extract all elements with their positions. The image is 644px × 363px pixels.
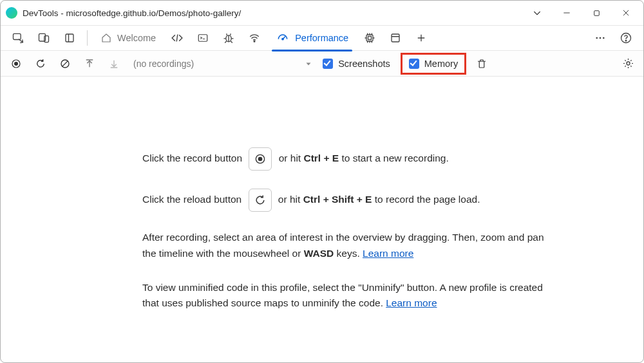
upload-icon bbox=[84, 58, 95, 70]
screenshots-checkbox-label: Screenshots bbox=[338, 59, 390, 69]
help-paragraph-unminify: To view unminified code in this profile,… bbox=[142, 280, 554, 312]
home-icon bbox=[100, 32, 112, 44]
activity-bar-button[interactable] bbox=[59, 28, 80, 48]
reload-record-button[interactable] bbox=[32, 55, 50, 73]
tab-memory[interactable] bbox=[359, 28, 381, 48]
gear-icon bbox=[622, 57, 634, 70]
memory-checkbox-label: Memory bbox=[424, 59, 458, 69]
chip-icon bbox=[363, 32, 376, 44]
record-icon bbox=[254, 153, 267, 165]
bug-icon bbox=[222, 32, 235, 44]
garbage-collect-button[interactable] bbox=[473, 55, 491, 73]
svg-rect-10 bbox=[198, 35, 207, 42]
svg-rect-7 bbox=[66, 34, 73, 42]
device-emulation-button[interactable] bbox=[33, 28, 55, 48]
caret-down-button[interactable] bbox=[522, 3, 552, 23]
record-icon bbox=[10, 58, 22, 70]
download-profile-button[interactable] bbox=[105, 55, 123, 73]
tab-network[interactable] bbox=[243, 28, 265, 48]
svg-point-32 bbox=[603, 37, 605, 39]
svg-rect-17 bbox=[368, 37, 372, 40]
recordings-dropdown[interactable]: (no recordings) bbox=[133, 59, 312, 69]
inline-record-button[interactable] bbox=[249, 147, 272, 171]
window-title: DevTools - microsoftedge.github.io/Demos… bbox=[23, 8, 241, 18]
devtools-window: DevTools - microsoftedge.github.io/Demos… bbox=[0, 0, 644, 363]
help-button[interactable] bbox=[615, 28, 637, 48]
clear-button[interactable] bbox=[56, 55, 74, 73]
svg-rect-16 bbox=[366, 35, 373, 41]
inspect-element-button[interactable] bbox=[7, 28, 29, 48]
chevron-down-icon bbox=[532, 8, 542, 18]
tab-console[interactable] bbox=[192, 28, 214, 48]
more-tools-button[interactable] bbox=[589, 28, 611, 48]
help-paragraph-overview: After recording, select an area of inter… bbox=[142, 230, 554, 262]
application-icon bbox=[390, 32, 401, 44]
screenshots-checkbox[interactable]: Screenshots bbox=[319, 57, 394, 70]
help-paragraph-record: Click the record button or hit Ctrl + E … bbox=[142, 147, 554, 171]
record-button[interactable] bbox=[7, 55, 25, 73]
tab-welcome-label: Welcome bbox=[117, 33, 156, 43]
help-icon bbox=[620, 32, 632, 44]
devices-icon bbox=[37, 32, 50, 44]
recordings-dropdown-label: (no recordings) bbox=[133, 59, 194, 69]
svg-point-36 bbox=[14, 62, 18, 66]
more-icon bbox=[594, 32, 606, 44]
memory-checkbox[interactable]: Memory bbox=[405, 57, 462, 70]
close-icon bbox=[621, 8, 630, 17]
separator bbox=[87, 30, 88, 46]
inline-reload-button[interactable] bbox=[249, 189, 272, 212]
svg-point-34 bbox=[625, 40, 627, 41]
upload-profile-button[interactable] bbox=[80, 55, 99, 73]
clear-icon bbox=[59, 58, 71, 70]
screenshots-checkbox-input[interactable] bbox=[323, 59, 333, 69]
performance-toolbar: (no recordings) Screenshots Memory bbox=[1, 51, 643, 77]
svg-rect-1 bbox=[594, 10, 599, 15]
capture-settings-button[interactable] bbox=[619, 55, 637, 73]
main-tabstrip: Welcome Performance bbox=[1, 25, 643, 51]
tab-sources[interactable] bbox=[218, 28, 240, 48]
dropdown-chevron-icon bbox=[305, 60, 312, 68]
svg-point-46 bbox=[258, 157, 263, 162]
new-tab-button[interactable] bbox=[410, 28, 432, 48]
titlebar: DevTools - microsoftedge.github.io/Demos… bbox=[1, 1, 643, 25]
svg-point-30 bbox=[596, 37, 598, 39]
console-icon bbox=[196, 32, 209, 44]
svg-rect-26 bbox=[392, 34, 399, 42]
plus-icon bbox=[415, 32, 427, 44]
download-icon bbox=[108, 58, 120, 70]
svg-line-9 bbox=[176, 35, 178, 42]
svg-point-44 bbox=[626, 62, 629, 65]
minimize-button[interactable] bbox=[552, 3, 582, 23]
memory-checkbox-input[interactable] bbox=[409, 59, 419, 69]
reload-icon bbox=[254, 194, 267, 207]
svg-point-13 bbox=[254, 41, 255, 42]
svg-rect-4 bbox=[14, 33, 21, 39]
wifi-icon bbox=[248, 32, 261, 44]
edge-app-icon bbox=[6, 7, 17, 19]
tab-application[interactable] bbox=[384, 28, 406, 48]
elements-icon bbox=[170, 32, 184, 44]
learn-more-link-overview[interactable]: Learn more bbox=[363, 248, 413, 259]
close-button[interactable] bbox=[611, 3, 641, 23]
tab-performance-label: Performance bbox=[295, 33, 348, 43]
svg-marker-43 bbox=[307, 62, 311, 65]
maximize-button[interactable] bbox=[582, 3, 611, 23]
svg-point-31 bbox=[600, 37, 601, 39]
minimize-icon bbox=[562, 8, 571, 17]
svg-point-15 bbox=[282, 39, 283, 40]
maximize-icon bbox=[592, 9, 601, 17]
tab-performance[interactable]: Performance bbox=[269, 25, 355, 51]
memory-highlight: Memory bbox=[401, 53, 466, 75]
learn-more-link-unminify[interactable]: Learn more bbox=[386, 297, 437, 308]
tab-elements[interactable] bbox=[166, 28, 188, 48]
svg-line-38 bbox=[62, 60, 68, 66]
performance-landing: Click the record button or hit Ctrl + E … bbox=[1, 77, 643, 362]
reload-icon bbox=[35, 58, 46, 70]
performance-icon bbox=[276, 32, 290, 44]
trash-icon bbox=[476, 58, 488, 70]
help-paragraph-reload: Click the reload button or hit Ctrl + Sh… bbox=[142, 189, 554, 212]
vertical-panel-icon bbox=[64, 32, 75, 44]
inspect-icon bbox=[12, 32, 24, 44]
tab-welcome[interactable]: Welcome bbox=[94, 25, 162, 51]
